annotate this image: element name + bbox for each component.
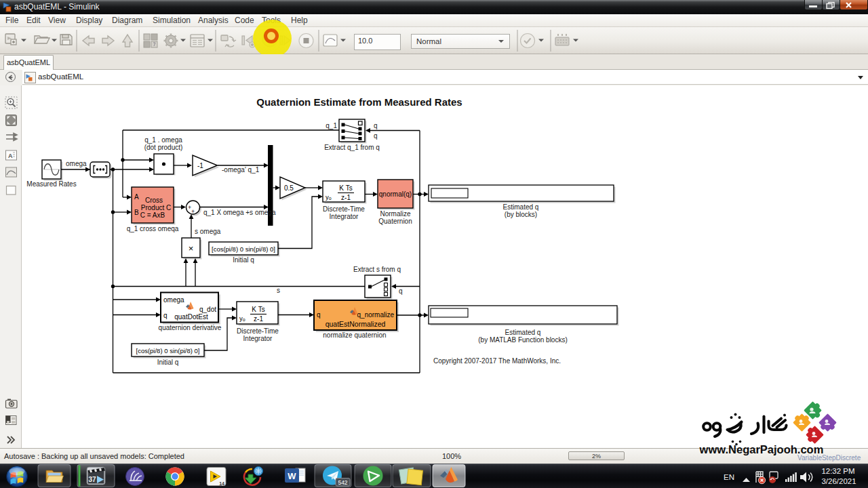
svg-text:(by MATLAB Function blocks): (by MATLAB Function blocks) bbox=[478, 336, 568, 344]
svg-text:-omega' q_1: -omega' q_1 bbox=[222, 166, 260, 174]
svg-text:q_normalize: q_normalize bbox=[357, 311, 395, 319]
svg-text:Initial q: Initial q bbox=[233, 256, 254, 264]
svg-text:Extract s from q: Extract s from q bbox=[353, 266, 401, 273]
svg-text:normalize quaternion: normalize quaternion bbox=[323, 331, 386, 339]
svg-text:qnormal(q): qnormal(q) bbox=[379, 190, 412, 198]
svg-text:Normalize: Normalize bbox=[380, 210, 410, 218]
svg-text:www.NegarPajooh.com: www.NegarPajooh.com bbox=[699, 443, 824, 455]
svg-text:s omega: s omega bbox=[195, 228, 221, 235]
svg-text:Product: Product bbox=[141, 204, 165, 211]
svg-text:q: q bbox=[374, 132, 378, 140]
svg-text:0.5: 0.5 bbox=[284, 184, 294, 192]
svg-text:EN: EN bbox=[724, 473, 734, 481]
svg-text:×: × bbox=[189, 243, 194, 253]
svg-text:A: A bbox=[134, 193, 139, 201]
svg-text:12:32 PM: 12:32 PM bbox=[821, 467, 854, 475]
svg-text:Quaternion: Quaternion bbox=[378, 218, 412, 225]
svg-text:q: q bbox=[163, 312, 167, 319]
svg-text:q_dot: q_dot bbox=[199, 306, 216, 313]
svg-text:z-1: z-1 bbox=[341, 194, 351, 201]
svg-text:Initial q: Initial q bbox=[157, 359, 179, 366]
svg-text:omega: omega bbox=[66, 160, 87, 167]
svg-text:q: q bbox=[317, 311, 321, 319]
svg-text:Estimated q: Estimated q bbox=[505, 329, 541, 336]
svg-text:q: q bbox=[374, 122, 378, 129]
svg-text:37: 37 bbox=[88, 476, 96, 483]
svg-text:3/26/2021: 3/26/2021 bbox=[821, 477, 856, 485]
svg-text:quatEstNormalized: quatEstNormalized bbox=[326, 320, 386, 328]
svg-text:omega: omega bbox=[163, 296, 184, 304]
svg-text:-1: -1 bbox=[197, 162, 203, 169]
svg-text:q_1 X omega +s omega: q_1 X omega +s omega bbox=[203, 209, 276, 216]
svg-text:K Ts: K Ts bbox=[339, 184, 352, 192]
svg-text:q_1 . omega: q_1 . omega bbox=[144, 136, 182, 144]
svg-text:z-1: z-1 bbox=[254, 315, 263, 323]
svg-text:quatDotEst: quatDotEst bbox=[174, 313, 208, 321]
svg-text:Extract q_1 from q: Extract q_1 from q bbox=[324, 144, 380, 151]
svg-text:Cross: Cross bbox=[145, 197, 163, 204]
svg-text:K Ts: K Ts bbox=[252, 306, 264, 313]
svg-text:14: 14 bbox=[219, 481, 224, 486]
svg-text:s: s bbox=[277, 287, 280, 294]
svg-text:[cos(pi/8) 0 sin(pi/8) 0]: [cos(pi/8) 0 sin(pi/8) 0] bbox=[212, 245, 275, 253]
svg-text:quaternion derivative: quaternion derivative bbox=[159, 324, 222, 331]
svg-text:Discrete-Time: Discrete-Time bbox=[323, 205, 365, 213]
svg-text:(dot product): (dot product) bbox=[144, 144, 183, 151]
svg-text:B: B bbox=[134, 209, 139, 216]
svg-text:q_1: q_1 bbox=[326, 122, 337, 129]
svg-text:[cos(pi/8) 0 sin(pi/8) 0]: [cos(pi/8) 0 sin(pi/8) 0] bbox=[136, 347, 200, 354]
svg-text:W: W bbox=[288, 471, 296, 481]
svg-text:Copyright 2007-2017 The MathWo: Copyright 2007-2017 The MathWorks, Inc. bbox=[433, 357, 561, 365]
svg-text:Quaternion Estimate from Measu: Quaternion Estimate from Measured Rates bbox=[256, 96, 462, 108]
svg-text:Discrete-Time: Discrete-Time bbox=[237, 327, 279, 335]
svg-text:(by blocks): (by blocks) bbox=[505, 211, 537, 218]
svg-text:Estimated q: Estimated q bbox=[503, 203, 539, 211]
svg-text:q_1 cross omeqa: q_1 cross omeqa bbox=[127, 225, 179, 232]
svg-text:542: 542 bbox=[338, 479, 347, 486]
svg-text:Measured Rates: Measured Rates bbox=[26, 180, 76, 188]
svg-text:q: q bbox=[399, 287, 403, 295]
svg-text:Integrator: Integrator bbox=[330, 213, 359, 220]
svg-text:C: C bbox=[166, 204, 171, 211]
svg-text:Integrator: Integrator bbox=[243, 335, 273, 342]
svg-text:C = AxB: C = AxB bbox=[140, 211, 165, 219]
svg-text:+: + bbox=[191, 208, 195, 215]
